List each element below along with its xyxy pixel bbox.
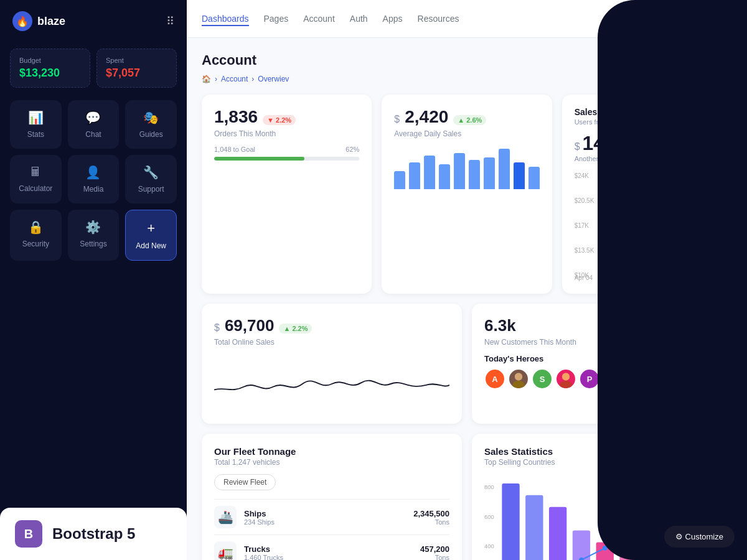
nav-links: Dashboards Pages Account Auth Apps Resou… xyxy=(202,11,459,26)
orders-progress-pct: 62% xyxy=(345,146,359,153)
hero-avatar-6 xyxy=(603,368,624,390)
trucks-icon: 🚛 xyxy=(214,541,237,560)
svg-rect-16 xyxy=(525,495,543,560)
heroes-avatars: A S P +42 xyxy=(484,368,720,390)
svg-point-7 xyxy=(562,373,570,380)
sidebar-logo: 🔥 blaze xyxy=(12,11,65,31)
page-actions: + Invite Create App xyxy=(614,50,732,70)
svg-point-27 xyxy=(626,531,631,536)
add-new-icon: + xyxy=(147,220,155,236)
customize-button[interactable]: ⚙ Customize xyxy=(664,526,735,548)
fleet-row-trucks: 🚛 Trucks 1,460 Trucks 457,200 Tons xyxy=(214,534,449,560)
page-content: Account + Invite Create App 🏠 › Account … xyxy=(187,38,747,560)
nav-link-apps[interactable]: Apps xyxy=(383,11,403,26)
sidebar: 🔥 blaze ⠿ Budget $13,230 Spent $7,057 📊 … xyxy=(0,0,187,560)
sales-stats-sub: Top Selling Countries xyxy=(484,458,720,467)
user-avatar[interactable]: 👤 xyxy=(710,7,732,30)
ships-value: 2,345,500 Tons xyxy=(413,509,449,526)
fleet-title: Our Fleet Tonnage xyxy=(214,446,449,457)
new-customers-label: New Customers This Month xyxy=(484,338,720,347)
svg-text:600: 600 xyxy=(484,513,494,520)
spent-card: Spent $7,057 xyxy=(96,49,177,88)
settings-label: Settings xyxy=(80,240,106,248)
heroes-section: Today's Heroes A S P xyxy=(484,354,720,390)
svg-rect-17 xyxy=(549,507,566,560)
svg-point-5 xyxy=(515,373,522,380)
nav-link-pages[interactable]: Pages xyxy=(264,11,289,26)
fleet-ships-info: Ships 234 Ships xyxy=(244,509,413,526)
sidebar-item-settings[interactable]: ⚙️ Settings xyxy=(68,210,120,261)
nav-link-auth[interactable]: Auth xyxy=(350,11,368,26)
sidebar-item-media[interactable]: 👤 Media xyxy=(68,155,120,203)
trucks-value: 457,200 Tons xyxy=(420,544,449,561)
menu-icon[interactable]: ⠿ xyxy=(166,14,174,28)
svg-text:40%: 40% xyxy=(693,555,703,560)
calculator-label: Calculator xyxy=(19,184,52,193)
stats-icon: 📊 xyxy=(28,110,44,125)
sidebar-header: 🔥 blaze ⠿ xyxy=(0,0,187,42)
security-icon: 🔒 xyxy=(28,220,44,235)
sales-month-title: Sales This Months xyxy=(575,107,720,117)
trucks-sub: 1,460 Trucks xyxy=(244,554,420,561)
spent-label: Spent xyxy=(106,57,167,64)
orders-progress-bar xyxy=(214,157,359,161)
svg-rect-15 xyxy=(502,483,519,560)
search-button[interactable]: 🔍 xyxy=(680,7,702,30)
sidebar-item-chat[interactable]: 💬 Chat xyxy=(68,100,120,149)
create-app-button[interactable]: Create App xyxy=(667,50,732,70)
calculator-icon: 🖩 xyxy=(29,165,42,179)
chat-label: Chat xyxy=(85,130,101,139)
add-new-label: Add New xyxy=(136,241,166,250)
svg-point-29 xyxy=(673,496,678,501)
notification-badge xyxy=(726,7,732,14)
svg-point-28 xyxy=(650,510,655,515)
stats-row-1: 1,836 ▼ 2.2% Orders This Month 1,048 to … xyxy=(202,95,732,294)
orders-badge: ▼ 2.2% xyxy=(263,115,296,125)
guides-label: Guides xyxy=(139,130,163,139)
sales-month-goal: Another $48,346 to Goal xyxy=(575,155,720,162)
topnav-actions: 🔍 👤 xyxy=(680,7,732,30)
media-label: Media xyxy=(83,185,104,194)
nav-link-dashboards[interactable]: Dashboards xyxy=(202,11,249,26)
orders-progress-fill xyxy=(214,157,304,161)
sales-month-value: 14,094 xyxy=(583,132,644,155)
bottom-section: Our Fleet Tonnage Total 1,247 vehicles R… xyxy=(202,434,732,560)
orders-goal: 1,048 to Goal xyxy=(214,146,255,153)
sidebar-item-add-new[interactable]: + Add New xyxy=(125,210,177,261)
ships-name: Ships xyxy=(244,509,413,518)
guides-icon: 🎭 xyxy=(143,110,159,125)
total-sales-label: Total Online Sales xyxy=(214,338,449,347)
svg-text:100%: 100% xyxy=(693,480,707,486)
bootstrap-banner: B Bootstrap 5 xyxy=(0,508,187,560)
orders-card: 1,836 ▼ 2.2% Orders This Month 1,048 to … xyxy=(202,95,372,294)
stats-label: Stats xyxy=(27,130,44,139)
nav-link-account[interactable]: Account xyxy=(303,11,335,26)
hero-avatar-5: P xyxy=(579,368,600,390)
sidebar-item-support[interactable]: 🔧 Support xyxy=(125,155,177,203)
orders-value: 1,836 xyxy=(214,107,258,127)
hero-avatar-4 xyxy=(555,368,576,390)
nav-grid: 📊 Stats 💬 Chat 🎭 Guides 🖩 Calculator 👤 M… xyxy=(0,100,187,261)
budget-section: Budget $13,230 Spent $7,057 xyxy=(0,42,187,100)
fleet-row-ships: 🚢 Ships 234 Ships 2,345,500 Tons xyxy=(214,499,449,534)
sidebar-item-security[interactable]: 🔒 Security xyxy=(10,210,62,261)
fleet-sub: Total 1,247 vehicles xyxy=(214,458,449,467)
svg-rect-20 xyxy=(619,554,637,560)
review-fleet-button[interactable]: Review Fleet xyxy=(214,474,276,490)
daily-sales-card: $ 2,420 ▲ 2.6% Average Daily Sales xyxy=(382,95,552,294)
sidebar-item-stats[interactable]: 📊 Stats xyxy=(10,100,62,149)
total-sales-badge: ▲ 2.2% xyxy=(279,324,312,334)
spent-value: $7,057 xyxy=(106,67,167,80)
sales-stats-title: Sales Statistics xyxy=(484,446,720,457)
svg-text:800: 800 xyxy=(484,483,494,490)
nav-link-resources[interactable]: Resources xyxy=(418,11,459,26)
hero-avatar-2 xyxy=(508,368,529,390)
support-icon: 🔧 xyxy=(143,165,159,180)
daily-sales-chart xyxy=(394,146,539,189)
media-icon: 👤 xyxy=(85,165,101,180)
invite-button[interactable]: + Invite xyxy=(614,50,660,70)
sidebar-item-guides[interactable]: 🎭 Guides xyxy=(125,100,177,149)
sidebar-item-calculator[interactable]: 🖩 Calculator xyxy=(10,155,62,203)
chat-icon: 💬 xyxy=(85,110,101,125)
hero-avatar-3: S xyxy=(532,368,553,390)
